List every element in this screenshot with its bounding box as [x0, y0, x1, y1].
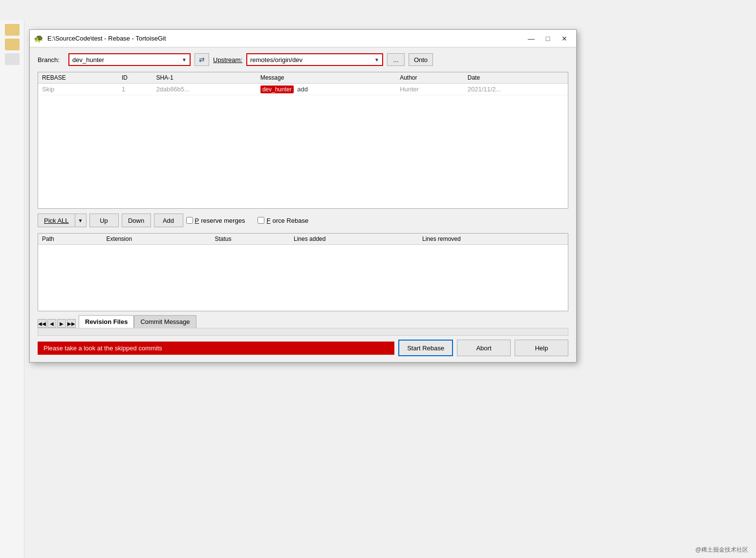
col-path: Path	[38, 234, 102, 245]
preserve-merges-label: P	[195, 217, 199, 224]
status-bar: Please take a look at the skipped commit…	[38, 340, 568, 356]
force-rebase-checkbox[interactable]	[258, 217, 264, 224]
cell-author: Hunter	[396, 84, 464, 95]
pick-all-label: Pick ALL	[38, 214, 75, 227]
upstream-dropdown[interactable]: remotes/origin/dev ▼	[246, 53, 383, 66]
col-status: Status	[211, 234, 290, 245]
col-lines-added: Lines added	[290, 234, 418, 245]
cell-message: dev_hunter add	[257, 84, 396, 95]
abort-button[interactable]: Abort	[457, 340, 511, 356]
tab-revision-files[interactable]: Revision Files	[79, 315, 134, 328]
files-table: Path Extension Status Lines added Lines …	[38, 234, 568, 245]
maximize-button[interactable]: □	[540, 32, 556, 45]
swap-button[interactable]: ⇄	[194, 53, 209, 66]
upstream-arrow-icon: ▼	[374, 57, 379, 63]
pick-all-button[interactable]: Pick ALL ▼	[38, 214, 86, 227]
force-rebase-checkbox-label[interactable]: Force Rebase	[258, 217, 308, 224]
watermark: @稀土掘金技术社区	[695, 546, 748, 554]
minimize-button[interactable]: —	[523, 32, 539, 45]
col-id: ID	[118, 72, 152, 84]
col-lines-removed: Lines removed	[418, 234, 568, 245]
cell-date: 2021/11/2...	[464, 84, 568, 95]
commits-table: REBASE ID SHA-1 Message Author Date Skip…	[38, 72, 568, 95]
col-rebase: REBASE	[38, 72, 118, 84]
cell-id: 1	[118, 84, 152, 95]
help-button[interactable]: Help	[515, 340, 568, 356]
progress-bar	[38, 328, 568, 336]
upstream-label: Upstream:	[213, 56, 242, 64]
tabs-row: ◀◀ ◀ ▶ ▶▶ Revision Files Commit Message	[38, 315, 568, 328]
table-row[interactable]: Skip 1 2dab86b5... dev_hunter add Hunter…	[38, 84, 568, 95]
force-rebase-text: orce Rebase	[272, 217, 308, 224]
sidebar-folder-1	[5, 24, 20, 36]
next-button[interactable]: ▶	[57, 319, 66, 328]
col-author: Author	[396, 72, 464, 84]
branch-row: Branch: dev_hunter ▼ ⇄ Upstream: remotes…	[38, 53, 568, 66]
sidebar-doc	[5, 53, 20, 65]
down-button[interactable]: Down	[122, 214, 151, 227]
add-button[interactable]: Add	[154, 214, 183, 227]
upstream-value: remotes/origin/dev	[250, 56, 374, 64]
rebase-dialog: 🐢 E:\SourceCode\test - Rebase - Tortoise…	[29, 29, 577, 363]
files-table-header: Path Extension Status Lines added Lines …	[38, 234, 568, 245]
files-panel: Path Extension Status Lines added Lines …	[38, 233, 568, 311]
branch-label: Branch:	[38, 56, 65, 64]
commit-tag: dev_hunter	[260, 86, 294, 93]
sidebar-folder-2	[5, 39, 20, 50]
close-button[interactable]: ✕	[557, 32, 572, 45]
col-date: Date	[464, 72, 568, 84]
first-button[interactable]: ◀◀	[38, 319, 46, 328]
titlebar-buttons: — □ ✕	[523, 32, 572, 45]
up-button[interactable]: Up	[89, 214, 119, 227]
last-button[interactable]: ▶▶	[67, 319, 76, 328]
col-sha1: SHA-1	[152, 72, 256, 84]
cell-sha1: 2dab86b5...	[152, 84, 256, 95]
prev-button[interactable]: ◀	[47, 319, 56, 328]
ellipsis-button[interactable]: ...	[387, 53, 405, 66]
preserve-merges-checkbox[interactable]	[186, 217, 193, 224]
nav-arrows: ◀◀ ◀ ▶ ▶▶	[38, 319, 76, 328]
commits-table-container: REBASE ID SHA-1 Message Author Date Skip…	[38, 72, 568, 209]
preserve-merges-text: reserve merges	[201, 217, 245, 224]
dialog-title: E:\SourceCode\test - Rebase - TortoiseGi…	[47, 35, 523, 42]
start-rebase-button[interactable]: Start Rebase	[398, 340, 453, 356]
tab-commit-message[interactable]: Commit Message	[134, 315, 196, 328]
branch-dropdown[interactable]: dev_hunter ▼	[68, 53, 191, 66]
branch-value: dev_hunter	[72, 56, 182, 64]
dialog-titlebar: 🐢 E:\SourceCode\test - Rebase - Tortoise…	[30, 30, 576, 47]
status-message: Please take a look at the skipped commit…	[38, 342, 394, 355]
cell-rebase: Skip	[38, 84, 118, 95]
force-rebase-label: F	[266, 217, 270, 224]
pick-all-dropdown-arrow[interactable]: ▼	[75, 214, 86, 227]
swap-icon: ⇄	[199, 56, 205, 64]
col-message: Message	[257, 72, 396, 84]
titlebar-icon: 🐢	[34, 34, 43, 43]
branch-arrow-icon: ▼	[182, 57, 187, 63]
dialog-body: Branch: dev_hunter ▼ ⇄ Upstream: remotes…	[30, 47, 576, 362]
toolbar-row: Pick ALL ▼ Up Down Add Preserve merges F…	[38, 214, 568, 227]
col-extension: Extension	[102, 234, 211, 245]
sidebar	[0, 20, 24, 558]
onto-button[interactable]: Onto	[409, 53, 433, 66]
preserve-merges-checkbox-label[interactable]: Preserve merges	[186, 217, 245, 224]
commits-table-header: REBASE ID SHA-1 Message Author Date	[38, 72, 568, 84]
commit-message-text: add	[297, 86, 308, 93]
